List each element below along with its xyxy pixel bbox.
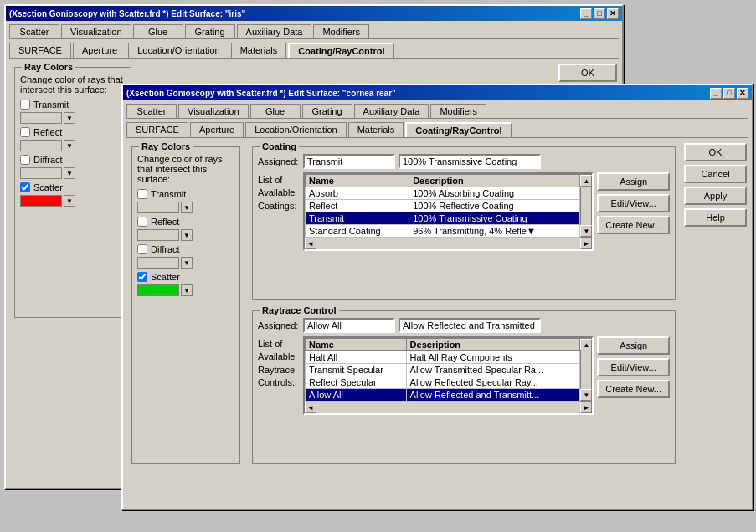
coating-createnew-button[interactable]: Create New... [597,216,670,234]
tab2-modifiers[interactable]: Modifiers [430,104,486,118]
coating-assign-button[interactable]: Assign [597,172,670,191]
window2-ray-colors-desc: Change color of rays that intersect this… [137,154,234,184]
window2-maximize[interactable]: □ [723,88,735,99]
table-row[interactable]: Absorb 100% Absorbing Coating [306,187,580,200]
coating-scroll-down[interactable]: ▼ [580,225,592,237]
window2-close[interactable]: ✕ [737,88,748,99]
tab1-visualization[interactable]: Visualization [61,24,131,38]
window2-diffract-dropdown[interactable]: ▼ [181,257,193,269]
window1-transmit-dropdown[interactable]: ▼ [64,112,75,124]
window1-ray-colors-desc: Change color of rays that intersect this… [20,74,126,95]
window1-scatter-check[interactable] [20,182,30,192]
window1-diffract-color[interactable] [20,167,62,179]
table-row[interactable]: Halt All Halt All Ray Components [306,351,580,364]
window1-diffract-label: Diffract [33,155,63,165]
tab2-coating[interactable]: Coating/RayControl [405,122,511,137]
window1-transmit-color[interactable] [20,112,62,124]
raytrace-row2-name: Transmit Specular [306,364,407,376]
window2-scatter-color[interactable] [137,284,179,296]
window1-diffract-dropdown[interactable]: ▼ [64,167,75,179]
tab1-modifiers[interactable]: Modifiers [313,24,369,38]
window2-minimize[interactable]: _ [710,88,722,99]
window2-help-button[interactable]: Help [684,208,747,227]
window2-diffract-color[interactable] [137,257,179,269]
coating-scroll-up[interactable]: ▲ [580,175,592,187]
raytrace-scroll-right[interactable]: ► [580,402,592,413]
tab1-aperture[interactable]: Aperture [73,43,126,58]
coating-editview-button[interactable]: Edit/View... [597,194,670,212]
window1-diffract-check[interactable] [20,155,30,165]
coating-row1-desc: 100% Absorbing Coating [409,187,580,200]
raytrace-row3-desc: Allow Reflected Specular Ray... [406,376,580,389]
tab2-aperture[interactable]: Aperture [190,122,244,137]
tab1-location[interactable]: Location/Orientation [128,43,229,58]
coating-scroll-left[interactable]: ◄ [305,238,316,249]
tab2-surface[interactable]: SURFACE [126,122,188,137]
coating-row2-desc: 100% Reflective Coating [409,200,580,212]
tab2-glue[interactable]: Glue [250,104,301,118]
raytrace-assigned-value[interactable] [303,318,395,333]
table-row[interactable]: Reflect 100% Reflective Coating [306,200,580,212]
tab2-location[interactable]: Location/Orientation [245,122,346,137]
raytrace-assign-button[interactable]: Assign [597,336,670,355]
tab2-materials[interactable]: Materials [348,122,404,137]
raytrace-scrollbar-v[interactable]: ▲ ▼ [580,338,592,402]
window1-scatter-color[interactable] [20,195,62,207]
window1-reflect-check[interactable] [20,127,30,137]
coating-side-buttons: Assign Edit/View... Create New... [597,172,670,251]
window2-scatter-label: Scatter [151,272,180,282]
window2-tabs-row2: SURFACE Aperture Location/Orientation Ma… [123,119,752,137]
window1-reflect-dropdown[interactable]: ▼ [64,140,75,151]
tab1-glue[interactable]: Glue [133,24,183,38]
window2-reflect-dropdown[interactable]: ▼ [181,229,193,241]
raytrace-createnew-button[interactable]: Create New... [597,380,670,398]
window2-title: (Xsection Gonioscopy with Scatter.frd *)… [126,89,396,98]
window2-transmit-color[interactable] [137,202,179,213]
coating-scrollbar-v[interactable]: ▲ ▼ [580,174,592,238]
table-row[interactable]: Standard Coating 96% Transmitting, 4% Re… [306,225,580,238]
tab1-grating[interactable]: Grating [185,24,235,38]
window1-titlebar: (Xsection Gonioscopy with Scatter.frd *)… [6,6,622,21]
tab2-grating[interactable]: Grating [302,104,352,118]
table-row[interactable]: Transmit Specular Allow Transmitted Spec… [306,364,580,376]
window2-reflect-check[interactable] [137,217,147,227]
coating-scroll-right[interactable]: ► [580,238,592,249]
window1-scatter-row: Scatter [20,182,126,192]
tab1-materials[interactable]: Materials [231,43,287,58]
table-row[interactable]: Transmit 100% Transmissive Coating [306,212,580,225]
window1-ok-button[interactable]: OK [558,64,617,82]
window2-scatter-check[interactable] [137,272,147,282]
raytrace-scroll-left[interactable]: ◄ [305,402,316,413]
window1-transmit-check[interactable] [20,100,30,110]
raytrace-scroll-down[interactable]: ▼ [580,389,592,401]
raytrace-row1-desc: Halt All Ray Components [406,351,580,364]
tab1-surface[interactable]: SURFACE [9,43,71,58]
tab2-scatter[interactable]: Scatter [126,104,177,118]
window1-minimize[interactable]: _ [580,8,592,19]
window1-maximize[interactable]: □ [594,8,605,19]
coating-group: Coating Assigned: List ofAvailableCoatin… [252,146,676,300]
window2-scatter-dropdown[interactable]: ▼ [181,284,193,296]
window1-scatter-dropdown[interactable]: ▼ [64,195,75,207]
window2-reflect-color[interactable] [137,229,179,241]
window2-transmit-dropdown[interactable]: ▼ [181,202,193,213]
coating-assigned-value[interactable] [303,154,395,169]
tab1-auxiliary[interactable]: Auxiliary Data [237,24,312,38]
table-row[interactable]: Reflect Specular Allow Reflected Specula… [306,376,580,389]
window1-ray-colors-title: Ray Colors [22,62,75,72]
window2-ok-button[interactable]: OK [684,143,747,161]
tab2-auxiliary[interactable]: Auxiliary Data [354,104,429,118]
window1-reflect-color[interactable] [20,140,62,151]
window1-diffract-color-row: ▼ [20,167,126,179]
window1-close[interactable]: ✕ [607,8,619,19]
tab1-coating[interactable]: Coating/RayControl [288,43,393,58]
window2-transmit-check[interactable] [137,189,147,199]
window2-cancel-button[interactable]: Cancel [684,165,747,183]
window2-apply-button[interactable]: Apply [684,187,747,205]
raytrace-editview-button[interactable]: Edit/View... [597,358,670,376]
tab2-visualization[interactable]: Visualization [178,104,249,118]
raytrace-scroll-up[interactable]: ▲ [580,339,592,350]
table-row[interactable]: Allow All Allow Reflected and Transmitt.… [306,389,580,402]
window2-diffract-check[interactable] [137,244,147,254]
tab1-scatter[interactable]: Scatter [9,24,59,38]
